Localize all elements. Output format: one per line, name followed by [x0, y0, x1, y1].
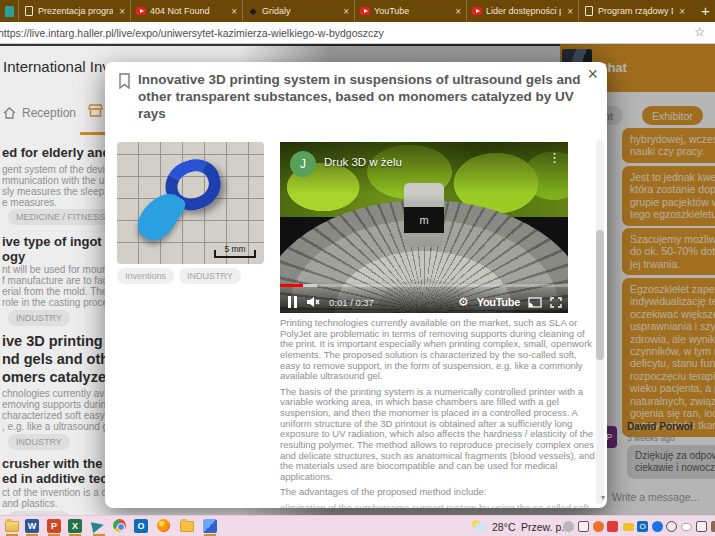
favorites-star-icon[interactable]: ☆	[694, 25, 705, 39]
browser-tab[interactable]: Lider dostępności pri ×	[466, 0, 578, 22]
tab-close-icon[interactable]: ×	[343, 6, 349, 17]
description-paragraph: The basis of the printing system is a nu…	[280, 387, 598, 483]
invention-modal: Innovative 3D printing system in suspens…	[105, 62, 607, 508]
youtube-favicon	[472, 6, 482, 16]
modal-tag: Inventions	[117, 268, 174, 284]
youtube-logo[interactable]: YouTube	[477, 296, 520, 308]
browser-tab-partial[interactable]: ×	[0, 0, 18, 22]
youtube-player[interactable]: m J Druk 3D w żelu ⋮ 0:01 / 0:37	[280, 142, 568, 313]
bookmark-icon[interactable]	[118, 73, 131, 89]
browser-tab[interactable]: Program rządowy Do ×	[578, 0, 690, 22]
tray-status-icon[interactable]	[563, 521, 574, 532]
close-icon[interactable]: ×	[587, 64, 598, 85]
fullscreen-icon[interactable]	[550, 297, 562, 308]
tray-partial-icon[interactable]	[711, 521, 715, 532]
tab-close-icon[interactable]: ×	[455, 6, 461, 17]
description-partial-line: elimination of the cumbersome support sy…	[280, 503, 598, 508]
modal-tag: INDUSTRY	[179, 268, 241, 284]
tray-cast-icon[interactable]	[696, 521, 707, 532]
tray-bluetooth-icon[interactable]	[652, 521, 663, 532]
taskbar-temperature[interactable]: 28°C	[492, 521, 515, 533]
scrollbar-down-arrow[interactable]: ▾	[601, 493, 605, 502]
taskbar-firefox-icon[interactable]	[157, 519, 171, 533]
tray-outlook-icon[interactable]: O	[637, 521, 648, 532]
description-paragraph: The advantages of the proposed method in…	[280, 487, 598, 498]
tab-close-icon[interactable]: ×	[567, 6, 573, 17]
taskbar-folder-icon[interactable]	[180, 519, 194, 533]
browser-address-bar: https://live.intarg.haller.pl/live/expo/…	[0, 22, 715, 44]
new-tab-button[interactable]: +	[701, 2, 710, 20]
browser-tab[interactable]: 404 Not Found ×	[130, 0, 242, 22]
browser-tab[interactable]: YouTube ×	[354, 0, 466, 22]
tray-antivirus-icon[interactable]	[593, 521, 604, 532]
document-favicon	[584, 6, 594, 16]
taskbar-outlook-icon[interactable]: O	[134, 519, 148, 533]
video-time: 0:01 / 0:37	[329, 297, 374, 308]
taskbar-chrome-icon[interactable]	[113, 519, 127, 533]
channel-avatar[interactable]: J	[290, 151, 316, 177]
settings-gear-icon[interactable]: ⚙	[458, 296, 469, 308]
invention-description: Printing technologies currently availabl…	[280, 318, 598, 508]
tray-network-icon[interactable]	[666, 521, 677, 532]
browser-tab-bar: × Prezentacja programu × 404 Not Found ×…	[0, 0, 715, 22]
gridaly-favicon: ◆	[248, 6, 258, 16]
taskbar-powerpoint-icon[interactable]: P	[47, 519, 61, 533]
progress-buffered	[303, 284, 317, 287]
video-menu-icon[interactable]: ⋮	[548, 150, 561, 165]
tab-close-icon[interactable]: ×	[119, 6, 125, 17]
video-controls: 0:01 / 0:37 ⚙ YouTube	[280, 281, 568, 313]
tray-onedrive-icon[interactable]	[681, 523, 692, 531]
scale-label: 5 mm	[214, 244, 256, 258]
video-title[interactable]: Druk 3D w żelu	[324, 156, 402, 168]
video-top-gradient	[280, 142, 568, 194]
taskbar-teams-icon[interactable]	[92, 519, 106, 533]
description-paragraph: Printing technologies currently availabl…	[280, 318, 598, 382]
url-text[interactable]: https://live.intarg.haller.pl/live/expo/…	[0, 27, 384, 39]
cast-icon[interactable]	[528, 297, 542, 308]
taskbar-photos-icon[interactable]	[203, 519, 217, 533]
youtube-favicon	[360, 6, 370, 16]
pause-button[interactable]	[288, 296, 297, 308]
windows-taskbar: W P X O 28°C Przew. p... O	[0, 515, 715, 536]
taskbar-word-icon[interactable]: W	[25, 519, 39, 533]
youtube-favicon	[136, 6, 146, 16]
modal-title: Innovative 3D printing system in suspens…	[138, 71, 590, 122]
browser-tab[interactable]: ◆ Gridaly ×	[242, 0, 354, 22]
tray-red-badge-icon[interactable]	[607, 521, 618, 532]
tab-favicon	[5, 6, 14, 17]
invention-photo[interactable]: 5 mm	[117, 142, 264, 264]
modal-scrollbar-thumb[interactable]	[596, 230, 604, 360]
tray-mail-icon[interactable]	[623, 523, 634, 531]
browser-tab[interactable]: Prezentacja programu ×	[18, 0, 130, 22]
weather-icon[interactable]	[472, 520, 488, 531]
taskbar-excel-icon[interactable]: X	[68, 519, 82, 533]
tray-monitor-icon[interactable]	[578, 521, 589, 532]
tab-close-icon[interactable]: ×	[679, 6, 685, 17]
tab-close-icon[interactable]: ×	[231, 6, 237, 17]
document-favicon	[24, 6, 34, 16]
progress-played	[280, 284, 303, 287]
taskbar-file-explorer-icon[interactable]	[5, 519, 19, 533]
screen: International Inv Reception ed for elder…	[0, 0, 715, 536]
video-progress-bar[interactable]	[280, 284, 568, 287]
mute-icon[interactable]	[306, 296, 320, 308]
